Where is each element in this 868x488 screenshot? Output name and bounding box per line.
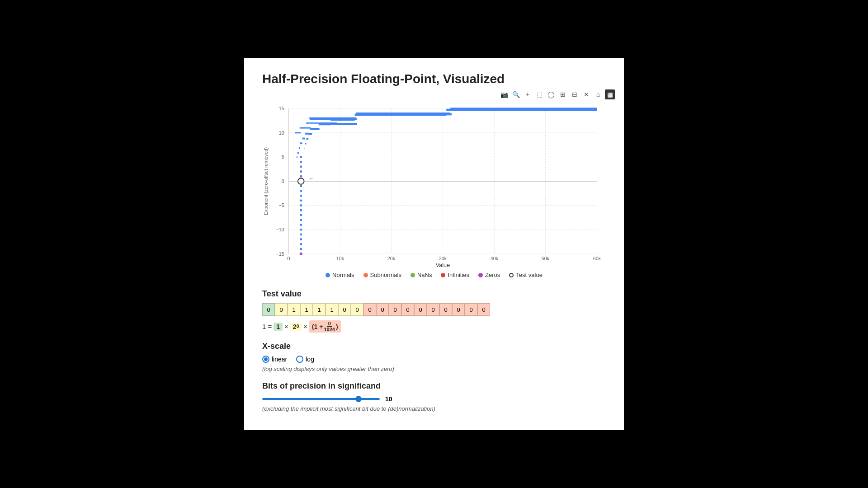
zeros-dot <box>478 273 483 277</box>
infinities-label: Infinities <box>448 272 469 278</box>
precision-value: 10 <box>385 395 392 403</box>
bit-15: 0 <box>452 303 465 316</box>
normals-dot <box>326 273 330 277</box>
legend-nans: NaNs <box>410 272 432 278</box>
bit-17: 0 <box>477 303 490 316</box>
page-container: Half-Precision Floating-Point, Visualize… <box>244 58 624 431</box>
svg-point-86 <box>300 166 302 168</box>
svg-text:5: 5 <box>282 155 284 160</box>
sign-bits: 0 0 1 1 1 1 0 0 0 0 0 0 0 0 0 0 0 0 <box>262 303 490 316</box>
normals-label: Normals <box>332 272 354 278</box>
bit-4: 1 <box>313 303 326 316</box>
bit-16: 0 <box>465 303 477 316</box>
bit-0: 0 <box>262 303 275 316</box>
linear-label: linear <box>272 356 287 363</box>
svg-text:−15: −15 <box>276 251 284 257</box>
svg-point-84 <box>300 156 302 158</box>
log-radio-label[interactable]: log <box>296 356 314 363</box>
svg-point-88 <box>300 175 302 178</box>
bit-2: 1 <box>288 303 300 316</box>
legend-infinities: Infinities <box>441 272 469 278</box>
subnormals-dot <box>363 273 368 277</box>
svg-text:−10: −10 <box>276 227 284 232</box>
svg-text:40k: 40k <box>491 256 499 262</box>
xscale-note: (log scaling displays only values greate… <box>262 366 606 372</box>
formula-exp: 20 <box>290 323 302 331</box>
svg-point-98 <box>300 229 302 231</box>
svg-text:60k: 60k <box>593 256 601 262</box>
svg-text:15: 15 <box>279 106 284 111</box>
chart-area: Exponent (zero-offset removed) 15 10 5 0 <box>262 95 606 267</box>
nans-dot <box>410 273 415 277</box>
bit-3: 1 <box>300 303 313 316</box>
test-value-label: Test value <box>516 272 542 278</box>
svg-text:↔: ↔ <box>308 175 314 181</box>
svg-point-104 <box>298 178 304 184</box>
subnormals-label: Subnormals <box>370 272 401 278</box>
chart-icon[interactable]: ▦ <box>605 89 615 99</box>
xscale-section: X-scale linear log (log scaling displays… <box>262 342 606 372</box>
legend-zeros: Zeros <box>478 272 500 278</box>
xscale-options: linear log <box>262 356 606 363</box>
legend-normals: Normals <box>326 272 354 278</box>
log-radio[interactable] <box>296 356 303 363</box>
bit-7: 0 <box>351 303 363 316</box>
precision-title: Bits of precision in significand <box>262 381 606 391</box>
bit-13: 0 <box>427 303 439 316</box>
linear-radio-label[interactable]: linear <box>262 356 287 363</box>
main-chart: Exponent (zero-offset removed) 15 10 5 0 <box>262 95 606 267</box>
svg-point-100 <box>300 238 302 240</box>
test-value-circle <box>509 273 514 277</box>
bit-11: 0 <box>401 303 414 316</box>
svg-point-90 <box>300 190 302 192</box>
bit-8: 0 <box>363 303 376 316</box>
svg-text:50k: 50k <box>542 256 550 262</box>
nans-label: NaNs <box>417 272 432 278</box>
svg-point-85 <box>300 161 302 163</box>
linear-radio[interactable] <box>262 356 269 363</box>
svg-point-99 <box>300 234 302 236</box>
svg-text:10k: 10k <box>336 256 344 262</box>
precision-slider-thumb[interactable] <box>355 396 362 402</box>
svg-point-87 <box>300 170 302 173</box>
bit-14: 0 <box>439 303 452 316</box>
bit-5: 1 <box>326 303 338 316</box>
svg-text:−5: −5 <box>279 203 284 208</box>
svg-text:10: 10 <box>279 130 284 136</box>
svg-text:0: 0 <box>282 178 284 184</box>
test-value-title: Test value <box>262 289 606 299</box>
bit-6: 0 <box>338 303 351 316</box>
svg-point-92 <box>300 200 302 202</box>
legend: Normals Subnormals NaNs Infinities Zeros… <box>262 272 606 278</box>
infinities-dot <box>441 273 445 277</box>
svg-point-94 <box>300 209 302 211</box>
slider-row: 10 <box>262 395 606 403</box>
svg-point-101 <box>300 243 302 245</box>
precision-note: (excluding the implicit most significant… <box>262 405 606 412</box>
legend-test-value: Test value <box>509 272 542 278</box>
bit-10: 0 <box>389 303 401 316</box>
svg-point-95 <box>300 214 302 216</box>
test-value-section: Test value 0 0 1 1 1 1 0 0 0 0 0 0 0 0 0… <box>262 289 606 333</box>
svg-text:0: 0 <box>287 256 290 262</box>
svg-point-93 <box>300 204 302 206</box>
precision-section: Bits of precision in significand 10 (exc… <box>262 381 606 412</box>
log-label: log <box>306 356 314 363</box>
formula: 1 = 1 × 20 × (1 + 0 1024 ) <box>262 320 606 333</box>
bit-9: 0 <box>376 303 389 316</box>
svg-text:Value: Value <box>436 262 450 267</box>
zeros-label: Zeros <box>485 272 500 278</box>
formula-sign: 1 <box>274 323 283 331</box>
bit-12: 0 <box>414 303 427 316</box>
svg-text:30k: 30k <box>439 256 447 262</box>
precision-slider-track[interactable] <box>262 398 380 400</box>
svg-point-102 <box>300 248 302 250</box>
svg-point-96 <box>300 219 302 221</box>
svg-point-103 <box>300 253 302 255</box>
svg-point-89 <box>300 185 302 187</box>
legend-subnormals: Subnormals <box>363 272 401 278</box>
bit-display: 0 0 1 1 1 1 0 0 0 0 0 0 0 0 0 0 0 0 <box>262 303 606 316</box>
svg-point-91 <box>300 195 302 197</box>
svg-text:Exponent (zero-offset removed): Exponent (zero-offset removed) <box>263 147 269 215</box>
page-title: Half-Precision Floating-Point, Visualize… <box>262 71 606 87</box>
